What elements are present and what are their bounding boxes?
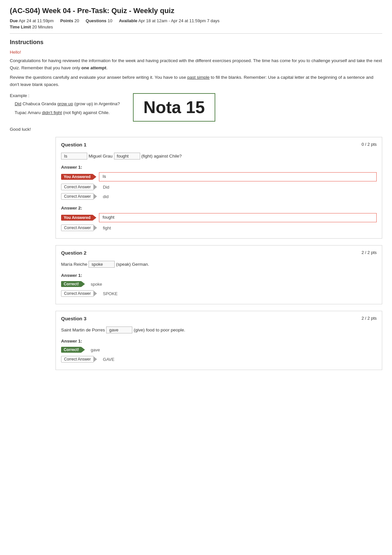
q1-blank1: Is [61, 153, 87, 160]
q1-correct-answer-2-row: Correct Answer fight [61, 224, 377, 232]
nota-box: Nota 15 [133, 93, 215, 121]
question-2-sentence: María Reiche spoke (speak) German. [61, 261, 377, 268]
question-1-box: Question 1 0 / 2 pts Is Miguel Grau foug… [56, 137, 382, 239]
correct-answer-badge-q3: Correct Answer [61, 356, 94, 362]
question-3-pts: 2 / 2 pts [362, 316, 377, 321]
question-1-pts: 0 / 2 pts [362, 142, 377, 147]
q1-correct-2-value: fight [100, 224, 114, 232]
correct-answer-badge-1b: Correct Answer [61, 193, 94, 200]
correct-answer-badge-2: Correct Answer [61, 225, 94, 231]
q3-correct-value: GAVE [100, 356, 118, 363]
arrow-red-2 [93, 215, 96, 220]
q1-answer2-label: Answer 2: [61, 206, 377, 210]
q1-correct-answer-1b-row: Correct Answer did [61, 193, 377, 200]
q1-correct-1b-value: did [100, 193, 112, 200]
question-3-labels [10, 311, 56, 370]
q3-correct-answer-row: Correct Answer GAVE [61, 356, 377, 363]
q3-you-value: gave [88, 346, 103, 354]
question-1-number: Question 1 [61, 142, 87, 147]
question-1-header: Question 1 0 / 2 pts [61, 142, 377, 147]
you-answered-badge-2: You Answered [61, 215, 93, 221]
correct-answer-badge-q2: Correct Answer [61, 290, 94, 297]
question-1-sentence: Is Miguel Grau fought (fight) against Ch… [61, 153, 377, 160]
q1-you-answered-1-value: Is [99, 172, 377, 181]
arrow-green-q3 [82, 347, 85, 352]
correct-badge-q2: Correct! [61, 281, 82, 287]
question-3-sentence: Saint Martin de Porres gave (give) food … [61, 327, 377, 333]
q1-blank2: fought [114, 153, 140, 160]
question-3-box: Question 3 2 / 2 pts Saint Martin de Por… [56, 311, 382, 370]
you-answered-badge-1: You Answered [61, 174, 93, 180]
arrow-gray-q2 [94, 291, 97, 296]
question-2-header: Question 2 2 / 2 pts [61, 250, 377, 256]
q2-answer1-label: Answer 1: [61, 273, 377, 278]
instructions-para2: Review the questions carefully and evalu… [10, 74, 382, 88]
arrow-gray-1b [94, 194, 97, 199]
instructions-title: Instructions [10, 39, 382, 46]
arrow-gray-q3 [94, 357, 97, 362]
q1-you-answered-1-row: You Answered Is [61, 172, 377, 181]
arrow-red-1 [93, 174, 96, 179]
q2-you-value: spoke [88, 280, 106, 288]
arrow-gray-1a [94, 184, 97, 190]
q1-you-answered-2-value: fought [99, 213, 377, 222]
meta-divider [10, 33, 382, 34]
question-2-number: Question 2 [61, 250, 87, 256]
instructions-para1: Congratulations for having reviewed the … [10, 57, 382, 71]
good-luck: Good luck! [10, 127, 382, 132]
example-a: Tupac Amaru didn't fight (not fight) aga… [10, 108, 120, 117]
time-limit-meta: Time Limit 20 Minutes [10, 25, 53, 29]
q3-correct-row: Correct! gave [61, 346, 377, 354]
q2-correct-value: SPOKE [100, 290, 121, 297]
q3-blank1: gave [106, 327, 132, 333]
q2-correct-answer-row: Correct Answer SPOKE [61, 290, 377, 297]
question-3-number: Question 3 [61, 316, 87, 321]
question-1-wrapper: Question 1 0 / 2 pts Is Miguel Grau foug… [10, 137, 382, 239]
question-2-wrapper: Question 2 2 / 2 pts María Reiche spoke … [10, 245, 382, 304]
q1-correct-1a-value: Did [100, 183, 113, 191]
example-q: Did Chabuca Granda grow up (grow up) in … [10, 99, 120, 108]
question-3-header: Question 3 2 / 2 pts [61, 316, 377, 321]
correct-answer-badge-1a: Correct Answer [61, 184, 94, 190]
question-3-wrapper: Question 3 2 / 2 pts Saint Martin de Por… [10, 311, 382, 370]
q1-you-answered-2-row: You Answered fought [61, 213, 377, 222]
example-label: Example : [10, 93, 120, 98]
arrow-gray-2 [94, 225, 97, 230]
points-meta: Points 20 [60, 18, 79, 23]
question-2-box: Question 2 2 / 2 pts María Reiche spoke … [56, 245, 382, 304]
q2-correct-row: Correct! spoke [61, 280, 377, 288]
q1-correct-answer-1a-row: Correct Answer Did [61, 183, 377, 191]
question-2-labels [10, 245, 56, 304]
q2-blank1: spoke [89, 261, 115, 268]
example-block: Example : Did Chabuca Granda grow up (gr… [10, 93, 382, 121]
due-meta: Due Apr 24 at 11:59pm [10, 18, 54, 23]
questions-meta: Questions 10 [86, 18, 112, 23]
hello-text: Hello! [10, 50, 382, 55]
instructions-section: Instructions Hello! Congratulations for … [10, 39, 382, 122]
page-title: (AC-S04) Week 04 - Pre-Task: Quiz - Week… [10, 7, 382, 15]
q1-answer1-label: Answer 1: [61, 165, 377, 170]
question-2-pts: 2 / 2 pts [362, 250, 377, 256]
arrow-green-q2 [82, 281, 85, 287]
available-meta: Available Apr 18 at 12am - Apr 24 at 11:… [119, 18, 220, 23]
question-1-labels [10, 137, 56, 239]
q3-answer1-label: Answer 1: [61, 339, 377, 344]
correct-badge-q3: Correct! [61, 347, 82, 353]
